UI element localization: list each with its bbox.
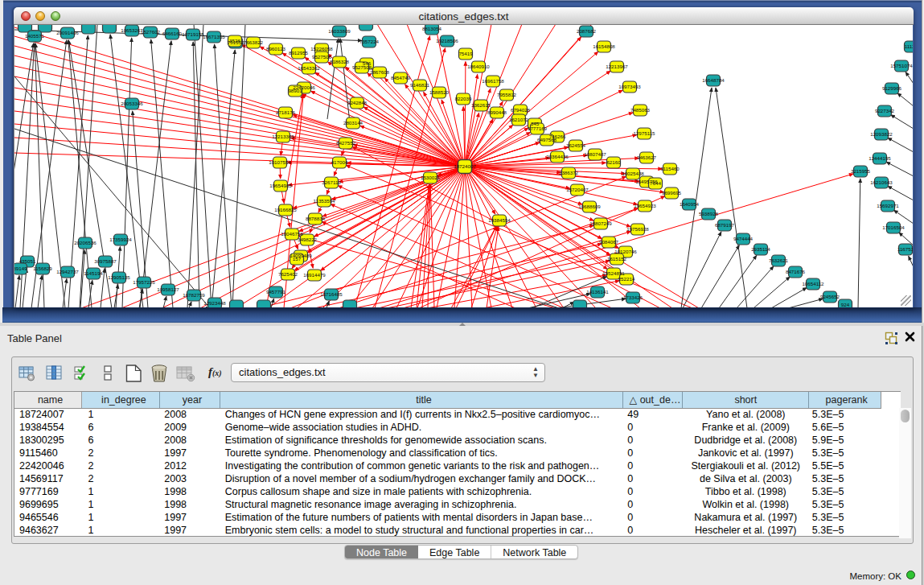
- svg-text:12093822: 12093822: [870, 131, 893, 137]
- svg-text:20206536: 20206536: [74, 240, 97, 245]
- svg-text:10807487: 10807487: [584, 151, 606, 157]
- svg-text:12923448: 12923448: [203, 300, 226, 306]
- svg-text:6794028: 6794028: [511, 107, 531, 113]
- svg-text:16210643: 16210643: [870, 179, 893, 185]
- svg-text:1588520: 1588520: [429, 89, 450, 95]
- svg-text:10120746: 10120746: [614, 249, 637, 254]
- svg-text:6879197: 6879197: [715, 222, 735, 228]
- svg-text:19756928: 19756928: [626, 226, 649, 232]
- svg-text:7625402: 7625402: [278, 271, 298, 277]
- svg-text:10654112: 10654112: [802, 281, 824, 286]
- svg-text:9527506: 9527506: [312, 54, 332, 60]
- svg-text:8427552: 8427552: [336, 140, 356, 146]
- svg-text:10046756: 10046756: [281, 231, 303, 237]
- svg-text:18640910: 18640910: [467, 64, 490, 69]
- svg-text:2087682: 2087682: [577, 28, 597, 34]
- svg-text:9227342: 9227342: [875, 108, 895, 113]
- svg-text:12905135: 12905135: [108, 274, 130, 280]
- svg-text:19524851: 19524851: [602, 270, 625, 276]
- svg-text:7485063: 7485063: [630, 107, 651, 113]
- svg-text:9242848: 9242848: [347, 100, 368, 105]
- svg-text:3498222: 3498222: [298, 237, 318, 242]
- svg-text:1362615: 1362615: [471, 102, 491, 108]
- svg-text:16033809: 16033809: [328, 28, 351, 34]
- svg-text:9527508: 9527508: [352, 64, 372, 70]
- svg-text:19384554: 19384554: [488, 217, 511, 223]
- svg-text:20053346: 20053346: [121, 101, 143, 106]
- svg-text:19218506: 19218506: [436, 38, 458, 43]
- svg-text:7632621: 7632621: [769, 257, 789, 263]
- svg-text:1640954: 1640954: [680, 201, 700, 207]
- svg-text:98901: 98901: [288, 88, 302, 93]
- svg-text:2935114: 2935114: [751, 246, 770, 252]
- svg-text:62160: 62160: [606, 159, 621, 165]
- svg-text:8186328: 8186328: [330, 59, 350, 64]
- svg-text:9699695: 9699695: [662, 190, 682, 196]
- svg-text:18807249: 18807249: [589, 220, 612, 226]
- svg-text:9777169: 9777169: [528, 126, 548, 131]
- svg-text:15720407: 15720407: [566, 187, 589, 192]
- svg-text:8454749: 8454749: [391, 75, 411, 80]
- svg-text:19166825: 19166825: [274, 207, 297, 212]
- svg-text:2803144: 2803144: [343, 120, 363, 126]
- svg-text:10025438: 10025438: [622, 171, 644, 176]
- svg-text:10958127: 10958127: [157, 286, 179, 292]
- svg-text:75419: 75419: [458, 51, 473, 56]
- svg-text:7663822: 7663822: [244, 39, 264, 45]
- svg-text:116753: 116753: [897, 246, 913, 252]
- svg-text:20091406: 20091406: [56, 30, 79, 35]
- svg-text:9457791: 9457791: [266, 289, 286, 295]
- svg-text:8990448: 8990448: [487, 109, 507, 115]
- svg-text:1615152: 1615152: [607, 256, 627, 262]
- svg-text:6466160: 6466160: [162, 31, 183, 36]
- svg-text:20364436: 20364436: [546, 154, 569, 159]
- svg-text:8878834: 8878834: [306, 216, 326, 221]
- svg-text:15692971: 15692971: [877, 203, 899, 208]
- svg-text:1621072: 1621072: [509, 117, 529, 122]
- svg-text:3267110: 3267110: [322, 179, 341, 185]
- svg-text:17957225: 17957225: [133, 279, 155, 285]
- svg-text:16543362: 16543362: [298, 65, 320, 71]
- svg-text:9129966: 9129966: [882, 85, 902, 91]
- svg-text:10688609: 10688609: [578, 204, 601, 209]
- svg-text:7357224: 7357224: [359, 39, 380, 44]
- svg-text:10719155: 10719155: [182, 31, 204, 37]
- svg-text:12213967: 12213967: [606, 64, 628, 69]
- svg-text:3624554: 3624554: [566, 142, 586, 148]
- svg-text:9115460: 9115460: [660, 166, 680, 171]
- svg-text:8471676: 8471676: [786, 269, 806, 274]
- svg-text:15751074: 15751074: [890, 63, 913, 68]
- svg-text:7955812: 7955812: [497, 92, 517, 97]
- svg-text:14136141: 14136141: [586, 289, 609, 295]
- svg-text:12213369: 12213369: [272, 134, 294, 139]
- svg-text:3526: 3526: [229, 38, 240, 43]
- svg-text:18724007: 18724007: [454, 163, 476, 169]
- svg-text:6497568: 6497568: [537, 137, 557, 142]
- svg-text:11353594: 11353594: [313, 198, 335, 204]
- svg-text:7644: 7644: [650, 180, 661, 186]
- svg-text:16648784: 16648784: [702, 77, 725, 83]
- svg-text:822039: 822039: [455, 96, 472, 101]
- svg-text:19654923: 19654923: [634, 203, 656, 208]
- svg-text:9084067: 9084067: [599, 239, 619, 245]
- svg-text:15716485: 15716485: [320, 291, 343, 297]
- svg-text:5938928: 5938928: [699, 211, 719, 216]
- svg-text:2718176: 2718176: [276, 109, 296, 115]
- svg-text:8813054: 8813054: [422, 26, 442, 31]
- svg-text:10107554: 10107554: [269, 159, 291, 165]
- svg-text:16671355: 16671355: [203, 34, 225, 39]
- svg-text:16154808: 16154808: [593, 43, 615, 49]
- svg-text:17016504: 17016504: [882, 225, 905, 230]
- svg-text:9474444: 9474444: [733, 236, 754, 241]
- svg-text:157: 157: [293, 256, 302, 262]
- svg-text:1156829: 1156829: [33, 266, 52, 271]
- svg-text:12444195: 12444195: [869, 155, 891, 161]
- svg-text:435051: 435051: [19, 258, 36, 264]
- svg-text:16782759: 16782759: [183, 292, 205, 298]
- svg-text:11123: 11123: [905, 43, 913, 49]
- svg-text:12942737: 12942737: [56, 269, 79, 274]
- svg-text:417004: 417004: [331, 159, 348, 165]
- svg-text:30975887: 30975887: [94, 258, 117, 264]
- svg-text:2386372: 2386372: [559, 170, 579, 175]
- svg-text:15226058: 15226058: [310, 46, 333, 51]
